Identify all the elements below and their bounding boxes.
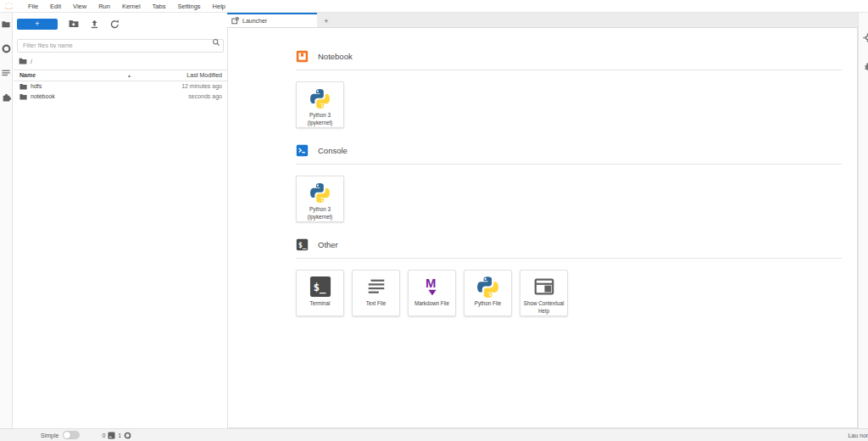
- svg-text:$_: $_: [313, 282, 326, 294]
- svg-text:$_: $_: [298, 242, 307, 249]
- console-icon: [296, 144, 309, 157]
- card-label: Python 3 (ipykernel): [306, 112, 334, 126]
- menu-kernel[interactable]: Kernel: [116, 0, 147, 13]
- launcher-card-text-file[interactable]: Text File: [352, 270, 400, 316]
- notebook-icon: [296, 50, 309, 63]
- left-sidebar: [0, 13, 13, 428]
- launcher-card-python-file[interactable]: Python File: [464, 270, 512, 316]
- menu-settings[interactable]: Settings: [171, 0, 206, 13]
- filter-files-input[interactable]: [17, 39, 224, 53]
- section-title: Notebook: [318, 52, 353, 61]
- breadcrumb-root[interactable]: /: [31, 59, 32, 64]
- upload-icon: [90, 20, 99, 29]
- search-icon: [212, 38, 220, 47]
- new-folder-icon: [69, 20, 79, 28]
- file-browser-icon[interactable]: [2, 20, 10, 28]
- tab-bar: Launcher +: [227, 13, 858, 27]
- menu-bar: File Edit View Run Kernel Tabs Settings …: [0, 0, 868, 13]
- launcher-card-markdown-file[interactable]: M Markdown File: [408, 270, 456, 316]
- jupyter-logo-icon: [3, 2, 14, 11]
- new-launcher-button[interactable]: +: [17, 19, 58, 30]
- sort-ascending-icon[interactable]: ▲: [127, 73, 131, 78]
- launcher-card-contextual-help[interactable]: Show Contextual Help: [520, 270, 568, 316]
- folder-icon: [19, 58, 27, 64]
- python-icon: [309, 87, 331, 110]
- debugger-bug-icon[interactable]: [863, 62, 868, 71]
- section-title: Console: [318, 146, 348, 155]
- terminal-status-icon: [108, 432, 115, 439]
- upload-button[interactable]: [90, 20, 99, 29]
- contextual-help-icon: [533, 275, 555, 299]
- running-sessions-icon[interactable]: [2, 44, 11, 53]
- terminals-count: 0: [102, 433, 105, 438]
- menu-run[interactable]: Run: [92, 0, 116, 13]
- menu-tabs[interactable]: Tabs: [147, 0, 172, 13]
- menu-edit[interactable]: Edit: [44, 0, 67, 13]
- section-console: Console Python 3 (ipykernel): [296, 144, 842, 222]
- simple-mode-toggle[interactable]: [63, 431, 80, 439]
- kernels-count: 1: [118, 433, 121, 438]
- markdown-icon: M: [421, 275, 443, 299]
- breadcrumb[interactable]: /: [19, 55, 224, 68]
- launcher-card-console-python3[interactable]: Python 3 (ipykernel): [296, 176, 344, 222]
- section-other: $_ Other $_ Terminal: [296, 238, 842, 316]
- terminal-icon: $_: [309, 275, 331, 299]
- menu-file[interactable]: File: [22, 0, 44, 13]
- file-browser-toolbar: +: [17, 15, 224, 32]
- menu-help[interactable]: Help: [207, 0, 231, 13]
- status-bar: Simple 0 1 Lau norm: [0, 428, 868, 441]
- file-name: hdfs: [31, 83, 42, 89]
- filter-wrap: [17, 36, 224, 53]
- column-last-modified[interactable]: Last Modified: [186, 72, 227, 78]
- card-label: Python File: [473, 300, 504, 308]
- table-of-contents-icon[interactable]: [2, 70, 10, 76]
- refresh-button[interactable]: [110, 20, 120, 29]
- main-dock: Launcher + Notebook: [227, 13, 858, 428]
- python-icon: [476, 275, 499, 299]
- file-modified: 12 minutes ago: [181, 83, 227, 89]
- section-title: Other: [318, 240, 338, 249]
- file-browser-panel: +: [14, 13, 227, 428]
- refresh-icon: [110, 20, 120, 29]
- add-tab-button[interactable]: +: [317, 14, 336, 27]
- tab-label: Launcher: [242, 18, 267, 24]
- table-row[interactable]: hdfs 12 minutes ago: [14, 81, 227, 92]
- section-notebook: Notebook Python 3 (ipykernel): [296, 50, 842, 128]
- extensions-icon[interactable]: [2, 92, 11, 102]
- folder-icon: [19, 83, 27, 90]
- card-label: Terminal: [309, 300, 332, 308]
- launcher-card-notebook-python3[interactable]: Python 3 (ipykernel): [296, 81, 344, 128]
- terminal-icon: $_: [296, 238, 309, 251]
- new-folder-button[interactable]: [69, 20, 79, 28]
- file-modified: seconds ago: [188, 93, 227, 99]
- table-row[interactable]: notebook seconds ago: [14, 92, 227, 102]
- card-label: Text File: [364, 300, 387, 308]
- tab-launcher[interactable]: Launcher: [227, 13, 317, 27]
- menu-view[interactable]: View: [67, 0, 92, 13]
- right-sidebar: [858, 13, 868, 428]
- python-icon: [309, 181, 331, 204]
- card-label: Python 3 (ipykernel): [306, 206, 334, 220]
- launcher-tab-icon: [231, 17, 239, 25]
- svg-text:M: M: [426, 276, 436, 290]
- property-inspector-gear-icon[interactable]: [863, 33, 868, 42]
- text-file-icon: [365, 275, 387, 299]
- folder-icon: [19, 93, 27, 100]
- file-name: notebook: [31, 93, 55, 99]
- launcher-panel: Notebook Python 3 (ipykernel): [227, 27, 858, 428]
- kernel-status-icon: [124, 432, 131, 439]
- card-label: Show Contextual Help: [520, 300, 567, 315]
- card-label: Markdown File: [413, 300, 451, 308]
- sessions-status[interactable]: 0 1: [102, 432, 131, 439]
- launcher-card-terminal[interactable]: $_ Terminal: [296, 270, 344, 316]
- status-right-text: Lau norm: [848, 433, 868, 438]
- file-list-header: Name ▲ Last Modified: [14, 70, 227, 81]
- column-name[interactable]: Name: [14, 72, 36, 78]
- simple-mode-label: Simple: [41, 433, 58, 438]
